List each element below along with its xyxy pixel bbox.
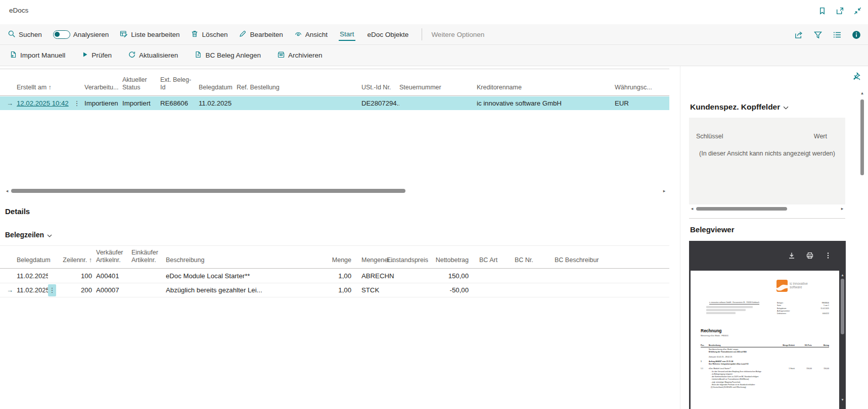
analyze-toggle[interactable] bbox=[53, 30, 70, 39]
logo-swoosh-icon bbox=[776, 280, 788, 292]
l1-description: eDoc Module Local Starter** bbox=[166, 269, 319, 283]
lcol-belegdatum[interactable]: Belegdatum bbox=[17, 246, 48, 268]
scroll-down-icon[interactable]: ▾ bbox=[839, 397, 846, 402]
analyze-toggle-item[interactable]: Analysieren bbox=[53, 30, 109, 39]
window-title-bar: eDocs bbox=[0, 0, 868, 24]
check-button[interactable]: Prüfen bbox=[81, 51, 112, 60]
l1-unit: ABRECHNU... bbox=[355, 269, 394, 283]
lcol-bc-nr[interactable]: BC Nr. bbox=[511, 246, 549, 268]
popout-icon[interactable] bbox=[835, 6, 844, 15]
refresh-button[interactable]: Aktualisieren bbox=[128, 50, 178, 60]
lcol-menge[interactable]: Menge bbox=[319, 246, 355, 268]
col-belegdatum[interactable]: Belegdatum bbox=[199, 69, 237, 95]
pin-off-icon[interactable] bbox=[852, 72, 861, 81]
lcol-einkaeufer-artikelnr[interactable]: Einkäufer Artikelnr. bbox=[131, 246, 166, 268]
scroll-up-icon[interactable]: ▴ bbox=[859, 90, 865, 95]
pdf-page: ic innovative software ic innovative sof… bbox=[691, 271, 839, 409]
scroll-up-icon[interactable]: ▴ bbox=[839, 273, 846, 277]
h-scroll-thumb[interactable] bbox=[11, 189, 405, 193]
tab-start[interactable]: Start bbox=[339, 28, 355, 41]
pdf-address-block bbox=[706, 306, 753, 315]
cell-doc-date: 11.02.2025 bbox=[199, 96, 237, 110]
row-menu-icon[interactable]: ⋮ bbox=[48, 284, 56, 296]
l2-bc-description bbox=[549, 283, 669, 297]
details-title: Details bbox=[5, 207, 30, 216]
share-icon[interactable] bbox=[794, 30, 803, 39]
create-bc-doc-button[interactable]: BC Beleg Anlegen bbox=[194, 50, 261, 60]
col-kreditorenname[interactable]: Kreditorenname bbox=[477, 69, 615, 95]
pdf-line: Ihre Referenz: Integrationspaket eDoc Lo… bbox=[701, 363, 829, 366]
tab-edoc-objekte[interactable]: eDoc Objekte bbox=[367, 29, 410, 40]
cell-currency: EUR bbox=[615, 96, 669, 110]
scroll-left-icon[interactable]: ◂ bbox=[4, 189, 10, 193]
belegzeilen-label: Belegzeilen bbox=[5, 231, 44, 239]
col-erstellt-am[interactable]: Erstellt am ↑ bbox=[17, 69, 73, 95]
archive-button[interactable]: Archivieren bbox=[277, 50, 323, 60]
edit-list-button[interactable]: Liste bearbeiten bbox=[120, 30, 179, 39]
pdf-v-scrollbar[interactable]: ▴ ▾ bbox=[839, 271, 846, 409]
pdf-table-header: Pos. Beschreibung Menge Einheit VK-Preis… bbox=[701, 344, 829, 347]
pdf-line: Erhöhung der Transaktionen von 200 auf 8… bbox=[701, 351, 829, 353]
print-icon[interactable] bbox=[805, 251, 814, 260]
document-row-selected[interactable]: → 12.02.2025 10:42 ⋮ Importieren Importi… bbox=[0, 96, 669, 110]
lcol-zeilennr[interactable]: Zeilennr. ↑ bbox=[60, 246, 96, 268]
col-waehrungscode[interactable]: Währungsc... bbox=[615, 69, 669, 95]
search-button[interactable]: Suchen bbox=[8, 30, 42, 39]
custom-header-fields-box: Schlüssel Wert (In dieser Ansicht kann n… bbox=[689, 118, 845, 205]
col-steuernummer[interactable]: Steuernummer bbox=[399, 69, 477, 95]
edit-button[interactable]: Bearbeiten bbox=[239, 30, 283, 39]
row-menu-icon[interactable]: ⋮ bbox=[73, 96, 84, 110]
l1-doc-date: 11.02.2025 bbox=[17, 269, 48, 283]
bookmark-icon[interactable] bbox=[817, 6, 827, 15]
col-ust-id-nr[interactable]: USt.-Id Nr. bbox=[361, 69, 399, 95]
custom-header-fields-section[interactable]: Kundenspez. Kopffelder bbox=[690, 103, 789, 112]
lcol-einstandspreis[interactable]: Einstandspreis bbox=[394, 246, 432, 268]
lcol-nettobetrag[interactable]: Nettobetrag bbox=[432, 246, 473, 268]
cell-status: Importiert bbox=[122, 96, 160, 110]
more-options-button[interactable]: Weitere Optionen bbox=[431, 31, 484, 38]
col-verarbeitung[interactable]: Verarbeitu... bbox=[84, 69, 122, 95]
page-v-scrollbar[interactable]: ▴ bbox=[859, 88, 865, 409]
kebab-icon[interactable] bbox=[824, 251, 833, 260]
factbox-h-scrollbar[interactable]: ◂ ▸ bbox=[689, 206, 845, 212]
cell-ref-order bbox=[237, 96, 361, 110]
page-title: eDocs bbox=[9, 7, 28, 14]
delete-button[interactable]: Löschen bbox=[191, 30, 227, 39]
info-icon[interactable] bbox=[852, 30, 861, 39]
edit-list-label: Liste bearbeiten bbox=[131, 31, 179, 38]
factbox-scroll-thumb[interactable] bbox=[696, 207, 787, 211]
lcol-verkaeufer-artikelnr[interactable]: Verkäufer Artikelnr. bbox=[96, 246, 131, 268]
scroll-left-icon[interactable]: ◂ bbox=[689, 207, 695, 211]
pdf-invoice-title: Rechnung bbox=[701, 328, 722, 333]
import-manual-button[interactable]: Import Manuell bbox=[9, 50, 65, 60]
col-ext-beleg-id[interactable]: Ext. Beleg-Id bbox=[160, 69, 199, 95]
lcol-bc-beschreibung[interactable]: BC Beschreibur bbox=[549, 246, 669, 268]
download-icon[interactable] bbox=[787, 251, 796, 260]
create-bc-doc-label: BC Beleg Anlegen bbox=[205, 52, 261, 59]
doc-viewer: ic innovative software ic innovative sof… bbox=[689, 241, 846, 409]
ribbon-right-icons bbox=[794, 24, 861, 45]
col-ref-bestellung[interactable]: Ref. Bestellung bbox=[237, 69, 361, 95]
cell-ext-doc-id: RE68606 bbox=[160, 96, 199, 110]
pdf-invoice-subtitle: Mietvertrag eDoc Modul - FB06/01 bbox=[701, 335, 728, 337]
view-button[interactable]: Ansicht bbox=[294, 30, 328, 39]
lcol-beschreibung[interactable]: Beschreibung bbox=[166, 246, 319, 268]
search-label: Suchen bbox=[19, 31, 42, 38]
documents-h-scrollbar[interactable]: ◂ ▸ bbox=[4, 188, 667, 194]
scroll-right-icon[interactable]: ▸ bbox=[839, 207, 845, 211]
created-link[interactable]: 12.02.2025 10:42 bbox=[17, 99, 69, 107]
scroll-right-icon[interactable]: ▸ bbox=[661, 189, 667, 193]
line-row-2-selected[interactable]: → 11.02.2025 ⋮ 200 A00007 Abzüglich bere… bbox=[0, 283, 669, 297]
col-aktueller-status[interactable]: Aktueller Status bbox=[122, 69, 160, 95]
belegzeilen-section-header[interactable]: Belegzeilen bbox=[5, 231, 52, 239]
filter-icon[interactable] bbox=[813, 30, 823, 39]
collapse-icon[interactable] bbox=[853, 6, 862, 15]
lcol-bc-art[interactable]: BC Art bbox=[473, 246, 511, 268]
l2-line-no: 200 bbox=[60, 283, 96, 297]
list-view-icon[interactable] bbox=[833, 30, 842, 39]
check-label: Prüfen bbox=[92, 52, 112, 59]
documents-table-header: Erstellt am ↑ Verarbeitu... Aktueller St… bbox=[0, 69, 669, 96]
page-scroll-thumb[interactable] bbox=[860, 99, 864, 175]
line-row-1[interactable]: 11.02.2025 100 A00401 eDoc Module Local … bbox=[0, 269, 669, 283]
pdf-scroll-thumb[interactable] bbox=[841, 279, 844, 334]
